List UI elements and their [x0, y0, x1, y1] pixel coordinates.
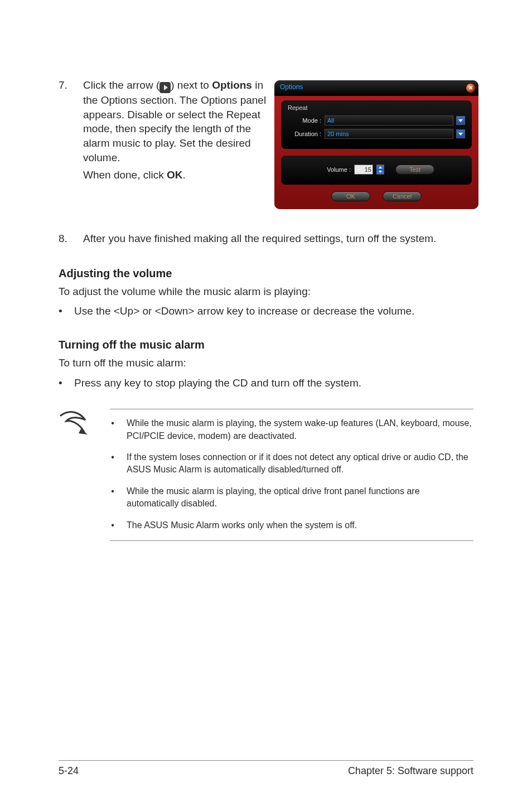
arrow-icon: [159, 82, 171, 93]
mode-label: Mode :: [289, 117, 321, 125]
dropdown-icon[interactable]: [456, 129, 465, 138]
bullet-dot: •: [59, 376, 62, 390]
mode-value: All: [327, 117, 334, 125]
volume-spin[interactable]: 15: [354, 165, 373, 175]
spin-buttons[interactable]: [376, 165, 384, 175]
duration-select[interactable]: 20 mins: [325, 129, 453, 139]
volume-label: Volume :: [320, 166, 351, 174]
cancel-button[interactable]: Cancel: [383, 191, 422, 201]
t5: .: [182, 169, 185, 181]
bullet-dot: •: [59, 304, 62, 318]
note-item: While the music alarm is playing, the op…: [127, 485, 473, 510]
t4: When done, click: [83, 169, 167, 181]
step8-text: After you have finished making all the r…: [83, 231, 436, 246]
step-number: 7.: [59, 78, 79, 209]
ok-bold: OK: [167, 169, 183, 181]
duration-label: Duration :: [289, 130, 321, 138]
step7-text: Click the arrow () next to Options in th…: [83, 78, 270, 209]
dropdown-icon[interactable]: [456, 116, 465, 125]
close-icon[interactable]: ✕: [466, 84, 475, 93]
note-item: While the music alarm is playing, the sy…: [127, 417, 473, 442]
t1: Click the arrow (: [83, 79, 159, 91]
note-item: If the system loses connection or if it …: [127, 451, 473, 476]
note-body: •While the music alarm is playing, the s…: [110, 409, 473, 541]
t3: in the Options section. The Options pane…: [83, 79, 266, 163]
volume-value: 15: [365, 166, 371, 174]
test-button[interactable]: Test: [395, 165, 434, 175]
ok-button[interactable]: OK: [331, 191, 370, 201]
dialog-title: Options: [274, 80, 478, 96]
step-number: 8.: [59, 231, 71, 246]
turnoff-bullet: Press any key to stop playing the CD and…: [74, 376, 361, 390]
duration-value: 20 mins: [327, 130, 349, 138]
note-icon: [59, 409, 93, 541]
options-bold: Options: [212, 79, 252, 91]
adjust-para: To adjust the volume while the music ala…: [59, 284, 473, 299]
repeat-legend: Repeat: [288, 104, 465, 112]
adjust-bullet: Use the <Up> or <Down> arrow key to incr…: [74, 304, 414, 318]
turnoff-heading: Turning off the music alarm: [59, 337, 473, 352]
options-dialog: Options ✕ Repeat Mode : All Duration : 2…: [274, 80, 478, 209]
chapter-label: Chapter 5: Software support: [348, 764, 473, 777]
note-item: The ASUS Music Alarm works only when the…: [127, 519, 357, 532]
t2: ) next to: [171, 79, 212, 91]
adjust-heading: Adjusting the volume: [59, 266, 473, 281]
page-number: 5-24: [59, 764, 79, 777]
turnoff-para: To turn off the music alarm:: [59, 356, 473, 370]
mode-select[interactable]: All: [325, 115, 453, 125]
